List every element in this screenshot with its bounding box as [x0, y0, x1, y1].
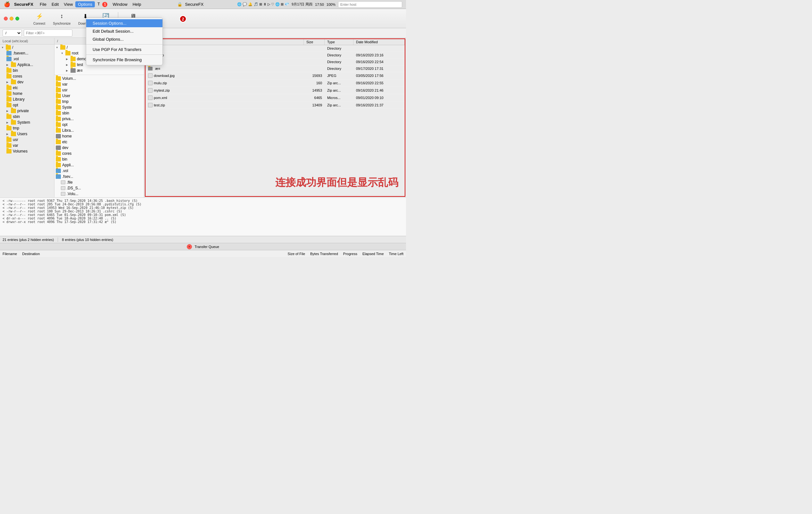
local-dev[interactable]: ▶ dev — [0, 79, 54, 85]
remote-ae[interactable]: ▶ æ≡ — [55, 67, 144, 74]
remote-libra[interactable]: Libra... — [55, 127, 144, 133]
remote-volum[interactable]: Volum... — [55, 76, 144, 81]
col-date[interactable]: Date Modified — [353, 39, 405, 45]
local-var-label: var — [13, 143, 18, 148]
session-options-item[interactable]: Session Options... — [86, 19, 163, 27]
local-volumes[interactable]: Volumes — [0, 148, 54, 154]
local-tmp[interactable]: tmp — [0, 125, 54, 131]
remote-volu2[interactable]: .Volu... — [55, 191, 144, 197]
menu-window[interactable]: Window — [110, 1, 130, 7]
local-usr[interactable]: usr — [0, 137, 54, 143]
toolbar: ⚡ Connect ↕ Synchronize ⬇ Download 🔄 Ref… — [0, 9, 406, 28]
menu-help[interactable]: Help — [130, 1, 144, 7]
file-row-test[interactable]: test Directory 09/16/2020 22:54 — [145, 59, 405, 65]
sync-browsing-item[interactable]: Synchronize File Browsing — [86, 56, 163, 64]
system-info: 🌐 💬 🔔 🎵 ⊞ ⏸ ▷ ♡ 🌐 ⊞ 💎 9月17日 周四 17:50 100… — [237, 1, 402, 8]
file-row-test-zip[interactable]: test.zip 13409 Zip arc... 09/16/2020 21:… — [145, 102, 405, 109]
connect-label: Connect — [33, 22, 45, 25]
local-etc[interactable]: etc — [0, 85, 54, 91]
system-bar: 🍎 SecureFX File Edit View Options T 1 Wi… — [0, 0, 406, 9]
local-library[interactable]: Library — [0, 96, 54, 102]
transfer-queue-header: Filename Destination Size of File Bytes … — [0, 250, 406, 257]
file-row-mulu-zip[interactable]: mulu.zip 160 Zip arc... 09/16/2020 22:55 — [145, 80, 405, 87]
file-row-mytest-zip[interactable]: mytest.zip 14953 Zip arc... 09/16/2020 2… — [145, 87, 405, 94]
col-name[interactable]: Name — [145, 39, 304, 45]
menu-view[interactable]: View — [61, 1, 75, 7]
filter-input[interactable] — [24, 29, 72, 36]
local-var[interactable]: var — [0, 143, 54, 148]
local-applica[interactable]: ▶ Applica... — [0, 62, 54, 67]
local-home[interactable]: home — [0, 91, 54, 96]
local-cores-label: cores — [13, 74, 22, 79]
local-fseven[interactable]: .fseven... — [0, 50, 54, 56]
menu-options[interactable]: Options — [75, 1, 95, 7]
synchronize-button[interactable]: ↕ Synchronize — [50, 10, 73, 27]
file-list-header: Name Size Type Date Modified — [145, 39, 405, 45]
local-private[interactable]: ▶ private — [0, 108, 54, 114]
remote-usr2[interactable]: usr — [55, 87, 144, 93]
local-users[interactable]: ▶ Users — [0, 131, 54, 137]
file-row-download-jpg[interactable]: download.jpg 15693 JPEG 03/05/2020 17:56 — [145, 72, 405, 80]
maximize-button[interactable] — [16, 17, 19, 21]
file-row-pom-xml[interactable]: pom.xml 6465 Micros... 09/01/2020 09:10 — [145, 94, 405, 102]
local-cores[interactable]: cores — [0, 74, 54, 79]
remote-etc2[interactable]: etc — [55, 139, 144, 145]
host-input[interactable] — [338, 1, 402, 8]
remote-syste[interactable]: Syste — [55, 105, 144, 110]
remote-bin2[interactable]: bin — [55, 156, 144, 162]
remote-vol2[interactable]: .vol — [55, 168, 144, 174]
tq-timeleft: Time Left — [389, 252, 403, 256]
log-entry-0: < -rw------- root root 9367 Thu 17-Sep-2… — [3, 199, 403, 202]
local-panel: Local (wht.local) ▼ / .fseven... .vol ▶ — [0, 38, 55, 197]
local-system[interactable]: ▶ System — [0, 119, 54, 125]
local-bin[interactable]: bin — [0, 67, 54, 74]
remote-opt2[interactable]: opt — [55, 122, 144, 127]
tq-bytes: Bytes Transferred — [310, 252, 338, 256]
path-selector[interactable]: / — [3, 29, 22, 36]
transfer-close-button[interactable]: ✕ — [187, 244, 192, 249]
dropdown-separator-1 — [86, 44, 163, 45]
battery-display: 100% — [326, 3, 336, 6]
local-root[interactable]: ▼ / — [0, 45, 54, 50]
close-button[interactable] — [4, 17, 8, 21]
col-size[interactable]: Size — [304, 39, 325, 45]
file-row-ae[interactable]: æ≡ Directory 09/17/2020 17:31 — [145, 65, 405, 72]
remote-cores2[interactable]: cores — [55, 151, 144, 156]
remote-var2[interactable]: var — [55, 81, 144, 87]
global-options-item[interactable]: Global Options... — [86, 35, 163, 43]
col-type[interactable]: Type — [325, 39, 353, 45]
local-volumes-label: Volumes — [13, 149, 28, 153]
menu-edit[interactable]: Edit — [49, 1, 61, 7]
remote-fsev2[interactable]: .fsev... — [55, 174, 144, 179]
local-panel-header: Local (wht.local) — [0, 38, 54, 45]
app-name[interactable]: SecureFX — [14, 2, 33, 7]
remote-file[interactable]: .file — [55, 179, 144, 185]
local-opt[interactable]: opt — [0, 102, 54, 108]
minimize-button[interactable] — [10, 17, 13, 21]
local-sbin[interactable]: sbin — [0, 114, 54, 119]
file-row-demo[interactable]: demo Directory 09/16/2020 23:16 — [145, 52, 405, 59]
file-row-dotdot[interactable]: .. Directory — [145, 45, 405, 52]
connect-button[interactable]: ⚡ Connect — [31, 10, 48, 27]
remote-appli[interactable]: Appli... — [55, 162, 144, 168]
local-private-label: private — [17, 109, 29, 113]
use-pgp-item[interactable]: Use PGP For All Transfers — [86, 46, 163, 54]
remote-sbin2[interactable]: sbin — [55, 110, 144, 116]
time-display: 17:50 — [315, 3, 324, 6]
remote-ds-store[interactable]: .DS_S... — [55, 185, 144, 191]
remote-priva[interactable]: priva... — [55, 116, 144, 122]
remote-tmp2[interactable]: tmp — [55, 99, 144, 105]
synchronize-icon: ↕ — [57, 12, 66, 21]
log-entry-1: < -rw-r--r-- root root 205 Tue 24-Dec-20… — [3, 202, 403, 206]
menu-t[interactable]: T 1 — [95, 1, 110, 8]
remote-user[interactable]: User — [55, 93, 144, 99]
app-icon: 🔒 — [177, 2, 182, 7]
remote-dev2[interactable]: dev — [55, 145, 144, 151]
local-vol[interactable]: .vol — [0, 56, 54, 62]
remote-home2[interactable]: home — [55, 133, 144, 139]
tq-filename: Filename — [3, 252, 17, 256]
local-users-label: Users — [17, 132, 27, 136]
apple-menu[interactable]: 🍎 — [4, 1, 10, 7]
menu-file[interactable]: File — [37, 1, 49, 7]
edit-default-session-item[interactable]: Edit Default Session... — [86, 27, 163, 35]
